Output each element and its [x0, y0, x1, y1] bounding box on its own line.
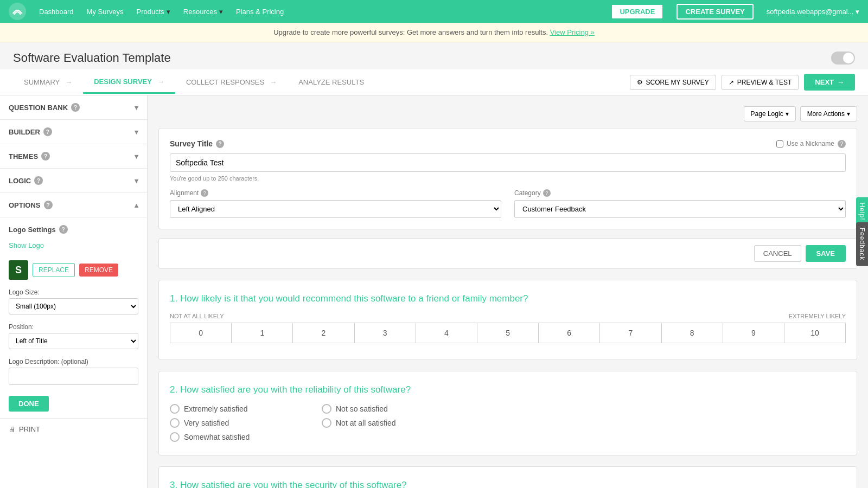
scale-cell-1[interactable]: 1: [231, 323, 292, 343]
preview-icon: ↗: [729, 79, 734, 86]
logo-settings-help-icon[interactable]: ?: [59, 225, 68, 234]
show-logo-anchor[interactable]: Show Logo: [9, 241, 44, 249]
scale-cell-0[interactable]: 0: [170, 323, 231, 343]
logo-size-label: Logo Size:: [9, 288, 138, 296]
banner-text: Upgrade to create more powerful surveys:: [273, 28, 405, 36]
nav-my-surveys[interactable]: My Surveys: [87, 8, 124, 16]
page-logic-button[interactable]: Page Logic ▾: [744, 106, 796, 121]
remove-logo-button[interactable]: REMOVE: [79, 264, 118, 277]
print-icon: 🖨: [9, 425, 16, 433]
options-help-icon[interactable]: ?: [44, 201, 53, 209]
help-tab[interactable]: Help!: [856, 197, 868, 226]
scale-cell-7[interactable]: 7: [599, 323, 661, 343]
done-button[interactable]: DONE: [9, 396, 49, 412]
sidebar-section-options: OPTIONS ?: [0, 193, 147, 217]
themes-header[interactable]: THEMES ?: [0, 144, 147, 168]
action-bar: Page Logic ▾ More Actions ▾: [158, 106, 857, 121]
category-col: Category ? Customer Feedback Education H…: [514, 189, 846, 218]
question-1-card: 1. How likely is it that you would recom…: [158, 280, 857, 360]
feedback-tab[interactable]: Feedback: [856, 222, 868, 266]
scale-cell-8[interactable]: 8: [661, 323, 723, 343]
logic-help-icon[interactable]: ?: [34, 176, 43, 185]
radio-extremely-satisfied[interactable]: Extremely satisfied: [170, 404, 300, 414]
logo-size-field: Logo Size: Small (100px) Medium (200px) …: [0, 284, 147, 319]
radio-not-at-all-satisfied[interactable]: Not at all satisfied: [322, 418, 452, 428]
nav-dashboard[interactable]: Dashboard: [39, 8, 74, 16]
top-nav: Dashboard My Surveys Products ▾ Resource…: [0, 0, 868, 23]
radio-row-2: Very satisfied Not at all satisfied: [170, 418, 846, 428]
next-button[interactable]: NEXT →: [804, 74, 855, 91]
cancel-button[interactable]: CANCEL: [754, 245, 801, 262]
scale-cell-4[interactable]: 4: [416, 323, 477, 343]
scale-row[interactable]: 0 1 2 3 4 5 6 7 8 9 10: [170, 323, 846, 343]
use-nickname-checkbox[interactable]: [776, 140, 783, 147]
question-3-card: 3. How satisfied are you with the securi…: [158, 466, 857, 488]
upgrade-button[interactable]: UPGRADE: [611, 4, 663, 20]
scale-cell-3[interactable]: 3: [354, 323, 416, 343]
nav-resources[interactable]: Resources ▾: [183, 8, 223, 16]
nav-plans-pricing[interactable]: Plans & Pricing: [236, 8, 284, 16]
builder-header[interactable]: BUILDER ?: [0, 120, 147, 144]
scale-cell-9[interactable]: 9: [723, 323, 784, 343]
sidebar-section-builder: BUILDER ?: [0, 120, 147, 144]
radio-very-satisfied[interactable]: Very satisfied: [170, 418, 300, 428]
more-actions-button[interactable]: More Actions ▾: [800, 106, 857, 121]
replace-logo-button[interactable]: REPLACE: [33, 263, 75, 277]
survey-title-input[interactable]: [170, 153, 846, 172]
question-bank-header[interactable]: QUESTION BANK ?: [0, 95, 147, 119]
step-arrow-3: [270, 78, 277, 86]
builder-chevron: [135, 128, 138, 136]
logo-preview: S REPLACE REMOVE: [9, 260, 138, 280]
step-design-survey[interactable]: DESIGN SURVEY: [83, 71, 175, 94]
show-logo-link: Show Logo: [0, 241, 147, 256]
alignment-col: Alignment ? Left Aligned Center Aligned …: [170, 189, 501, 218]
category-help-icon[interactable]: ?: [543, 189, 551, 197]
step-analyze-results[interactable]: ANALYZE RESULTS: [288, 72, 375, 93]
logo-icon[interactable]: [9, 3, 26, 20]
sidebar: QUESTION BANK ? BUILDER ? THEMES ? LOG: [0, 95, 148, 488]
page-header: Software Evaluation Template: [0, 42, 868, 69]
step-collect-responses[interactable]: COLLECT RESPONSES: [175, 72, 288, 93]
user-email[interactable]: softpedia.webapps@gmai... ▾: [767, 8, 859, 16]
logo-position-label: Position:: [9, 323, 138, 331]
preview-test-button[interactable]: ↗ PREVIEW & TEST: [722, 75, 799, 90]
scale-cell-2[interactable]: 2: [292, 323, 354, 343]
main-layout: QUESTION BANK ? BUILDER ? THEMES ? LOG: [0, 95, 868, 488]
scale-cell-6[interactable]: 6: [538, 323, 599, 343]
builder-help-icon[interactable]: ?: [43, 127, 52, 136]
radio-somewhat-satisfied[interactable]: Somewhat satisfied: [170, 432, 300, 442]
question-1-text: 1. How likely is it that you would recom…: [170, 293, 846, 304]
scale-cell-5[interactable]: 5: [477, 323, 538, 343]
nickname-help-icon[interactable]: ?: [838, 140, 846, 148]
radio-circle: [170, 432, 180, 442]
radio-circle: [322, 418, 331, 428]
score-survey-button[interactable]: ⚙ SCORE MY SURVEY: [630, 75, 716, 90]
alignment-select[interactable]: Left Aligned Center Aligned Right Aligne…: [170, 200, 501, 218]
save-button[interactable]: SAVE: [806, 245, 846, 262]
use-nickname-row: Use a Nickname ?: [776, 140, 846, 148]
print-button[interactable]: 🖨 PRINT: [0, 418, 147, 440]
survey-title-help-icon[interactable]: ?: [216, 140, 224, 148]
options-header[interactable]: OPTIONS ?: [0, 193, 147, 217]
logo-description-input[interactable]: [9, 368, 138, 385]
question-bank-help-icon[interactable]: ?: [71, 103, 80, 112]
themes-help-icon[interactable]: ?: [41, 152, 50, 160]
alignment-label: Alignment ?: [170, 189, 501, 197]
view-pricing-link[interactable]: View Pricing »: [550, 28, 595, 36]
category-select[interactable]: Customer Feedback Education Healthcare M…: [514, 200, 846, 218]
logo-position-select[interactable]: Left of Title Right of Title Above Title: [9, 333, 138, 349]
category-label: Category ?: [514, 189, 846, 197]
radio-not-so-satisfied[interactable]: Not so satisfied: [322, 404, 452, 414]
survey-options-card: Survey Title ? Use a Nickname ? You're g…: [158, 128, 857, 229]
nav-products[interactable]: Products ▾: [137, 8, 170, 16]
page-toggle[interactable]: [831, 52, 855, 65]
step-nav: SUMMARY DESIGN SURVEY COLLECT RESPONSES …: [0, 69, 868, 95]
logic-header[interactable]: LOGIC ?: [0, 169, 147, 192]
step-summary[interactable]: SUMMARY: [13, 72, 83, 93]
page-title: Software Evaluation Template: [13, 51, 171, 65]
alignment-help-icon[interactable]: ?: [201, 189, 208, 197]
create-survey-button[interactable]: CREATE SURVEY: [676, 4, 753, 20]
logo-settings-header: Logo Settings ?: [0, 217, 147, 241]
logo-size-select[interactable]: Small (100px) Medium (200px) Large (300p…: [9, 298, 138, 314]
scale-cell-10[interactable]: 10: [784, 323, 846, 343]
